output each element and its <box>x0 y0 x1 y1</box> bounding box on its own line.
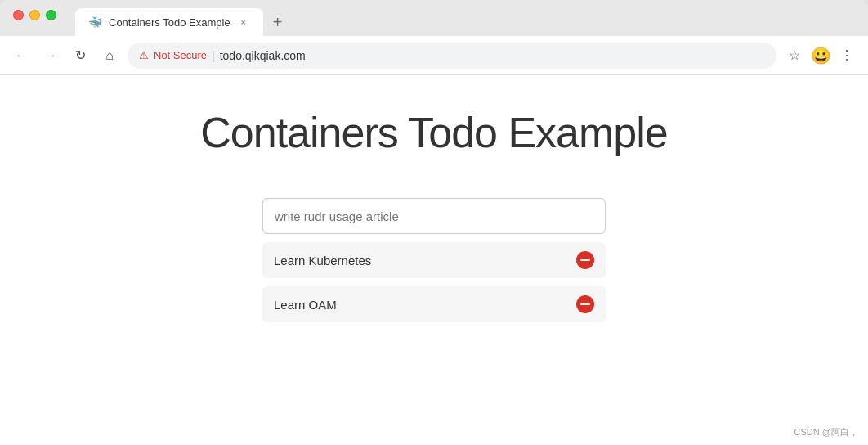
address-bar[interactable]: ⚠ Not Secure | todo.qikqiak.com <box>128 43 776 69</box>
todo-input[interactable] <box>262 198 606 234</box>
bookmark-button[interactable]: ☆ <box>783 44 806 67</box>
url-display: todo.qikqiak.com <box>220 49 306 62</box>
tabs-area: 🐳 Containers Todo Example × + <box>75 0 289 36</box>
traffic-lights <box>13 10 56 20</box>
delete-icon <box>576 295 594 313</box>
close-window-button[interactable] <box>13 10 24 20</box>
tab-favicon-icon: 🐳 <box>88 16 102 29</box>
delete-todo-button[interactable] <box>576 295 594 313</box>
forward-button[interactable]: → <box>39 44 62 67</box>
active-tab[interactable]: 🐳 Containers Todo Example × <box>75 8 263 36</box>
not-secure-icon: ⚠ <box>139 49 149 61</box>
tab-close-button[interactable]: × <box>237 16 250 29</box>
menu-button[interactable]: ⋮ <box>835 44 858 67</box>
new-tab-button[interactable]: + <box>266 8 289 36</box>
todo-item-text: Learn Kubernetes <box>274 254 371 267</box>
reload-button[interactable]: ↻ <box>69 44 92 67</box>
list-item: Learn OAM <box>262 286 606 322</box>
fullscreen-window-button[interactable] <box>46 10 56 20</box>
browser-window: 🐳 Containers Todo Example × + ← → ↻ ⌂ ⚠ … <box>0 0 868 445</box>
delete-todo-button[interactable] <box>576 251 594 269</box>
watermark: CSDN @阿白， <box>794 426 858 438</box>
minimize-window-button[interactable] <box>29 10 40 20</box>
back-button[interactable]: ← <box>10 44 33 67</box>
not-secure-label: Not Secure <box>154 49 207 61</box>
toolbar-right: ☆ 😀 ⋮ <box>783 44 858 67</box>
title-bar: 🐳 Containers Todo Example × + <box>0 0 868 36</box>
home-button[interactable]: ⌂ <box>98 44 121 67</box>
delete-icon <box>576 251 594 269</box>
tab-title: Containers Todo Example <box>109 16 230 29</box>
emoji-button[interactable]: 😀 <box>809 44 832 67</box>
list-item: Learn Kubernetes <box>262 242 606 278</box>
page-title: Containers Todo Example <box>200 108 668 157</box>
page-content: Containers Todo Example Learn Kubernetes… <box>0 75 868 445</box>
url-separator: | <box>212 49 215 62</box>
todo-container: Learn Kubernetes Learn OAM <box>262 198 606 322</box>
todo-item-text: Learn OAM <box>274 298 337 312</box>
address-bar-row: ← → ↻ ⌂ ⚠ Not Secure | todo.qikqiak.com … <box>0 36 868 75</box>
